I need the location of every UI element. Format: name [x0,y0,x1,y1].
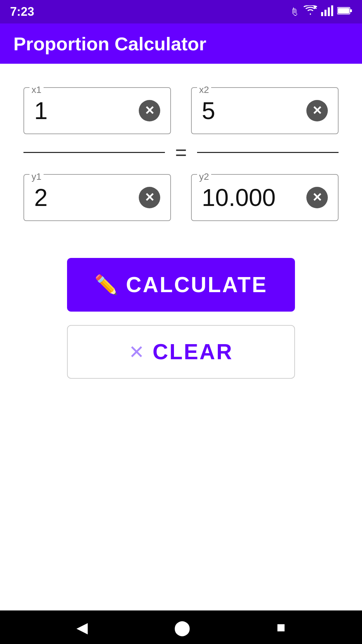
nav-home-button[interactable] [174,619,190,636]
nav-recent-button[interactable] [277,619,286,636]
svg-rect-4 [328,7,330,16]
x-mark-icon: ✕ [129,341,144,363]
y2-clear-icon: ✕ [312,192,322,204]
y1-clear-icon: ✕ [144,192,155,204]
x1-clear-button[interactable]: ✕ [139,100,160,121]
x1-input-box[interactable]: 1 ✕ [23,87,171,134]
battery-icon [337,6,352,18]
y1-clear-button[interactable]: ✕ [139,187,160,208]
y2-clear-button[interactable]: ✕ [306,187,328,208]
x1-wrapper: x1 1 ✕ [13,80,181,138]
sim-icon: 🖁 [290,6,300,17]
calculate-button[interactable]: ✏️ CALCULATE [67,258,295,312]
y2-input-box[interactable]: 10.000 ✕ [191,174,339,221]
app-bar: Proportion Calculator [0,23,362,64]
y1-value: 2 [34,184,48,211]
y1-wrapper: y1 2 ✕ [13,167,181,224]
y2-value: 10.000 [202,184,276,211]
status-time: 7:23 [10,5,34,19]
status-bar: 7:23 🖁 [0,0,362,23]
x1-value: 1 [34,97,48,124]
wifi-icon [304,5,317,18]
svg-rect-3 [324,10,326,16]
clear-button-label: CLEAR [153,339,233,364]
svg-rect-8 [338,8,349,13]
app-title: Proportion Calculator [13,33,206,55]
main-content: x1 1 ✕ x2 5 ✕ = y1 [0,64,362,610]
y2-wrapper: y2 10.000 ✕ [181,167,349,224]
x1-label: x1 [29,85,44,95]
x2-label: x2 [197,85,211,95]
equals-sign: = [165,141,197,164]
divider-row: = [13,138,349,167]
x2-input-box[interactable]: 5 ✕ [191,87,339,134]
right-divider-line [197,152,339,153]
input-grid: x1 1 ✕ x2 5 ✕ = y1 [13,80,349,224]
svg-rect-2 [321,12,323,16]
svg-rect-5 [331,5,333,16]
status-icons: 🖁 [290,5,352,18]
y2-label: y2 [197,171,211,182]
x2-clear-icon: ✕ [312,105,322,117]
signal-icon [321,5,333,18]
buttons-section: ✏️ CALCULATE ✕ CLEAR [13,258,349,379]
x1-clear-icon: ✕ [144,105,155,117]
svg-rect-7 [350,9,352,12]
nav-bar [0,610,362,644]
y1-label: y1 [29,171,44,182]
pencil-icon: ✏️ [95,274,118,296]
x2-value: 5 [202,97,215,124]
left-divider-line [23,152,165,153]
nav-back-button[interactable] [76,619,88,636]
calculate-button-label: CALCULATE [126,272,267,297]
y1-input-box[interactable]: 2 ✕ [23,174,171,221]
x2-clear-button[interactable]: ✕ [306,100,328,121]
x2-wrapper: x2 5 ✕ [181,80,349,138]
clear-button[interactable]: ✕ CLEAR [67,325,295,379]
